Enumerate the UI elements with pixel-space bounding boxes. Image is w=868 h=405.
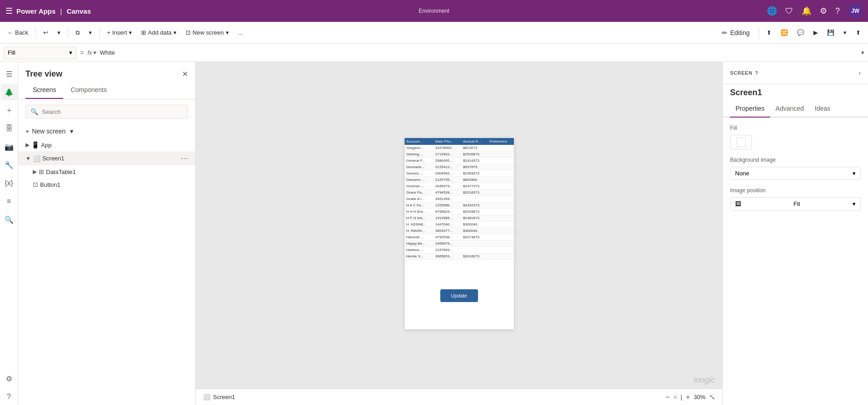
copy-dropdown[interactable]: ▾: [85, 27, 96, 38]
image-position-dropdown[interactable]: 🖼 Fit ▾: [730, 197, 861, 210]
zoom-out-button[interactable]: −: [665, 393, 670, 401]
formulabar: Fill ▾ = fx ▾ ▾: [0, 44, 868, 62]
editing-button[interactable]: ✏ Editing: [716, 27, 755, 38]
toolbar-right: ✏ Editing ⬆ 🔀 💬 ▶ 💾 ▾ ⬆: [716, 27, 864, 38]
right-panel-tabs: Properties Advanced Ideas: [723, 101, 868, 118]
image-position-label: Image position: [730, 187, 861, 194]
new-screen-chevron: ▾: [226, 29, 229, 36]
save-dropdown[interactable]: ▾: [840, 27, 850, 38]
more-button[interactable]: ...: [234, 27, 247, 38]
button1-label: Button1: [40, 181, 188, 188]
toolbar-sep-4: [759, 27, 759, 38]
undo-button[interactable]: ↩: [40, 27, 52, 38]
zoom-plus-button[interactable]: +: [686, 393, 690, 401]
new-screen-chevron-icon: ▾: [70, 128, 73, 135]
topbar-right: 🌐 🛡 🔔 ⚙ ? JW: [767, 4, 863, 18]
publish-button[interactable]: ⬆: [852, 27, 864, 38]
avatar[interactable]: JW: [848, 4, 863, 18]
table-row: Happy Be...2465879...: [405, 240, 514, 246]
sidebar-icon-feedback[interactable]: ?: [1, 389, 17, 405]
environment-icon[interactable]: 🌐: [767, 6, 777, 16]
share-button[interactable]: ⬆: [763, 27, 775, 38]
screen-label: SCREEN ?: [730, 70, 758, 76]
hamburger-icon[interactable]: ☰: [5, 6, 13, 16]
tree-tab-components[interactable]: Components: [63, 82, 114, 99]
canvas-area: Account ... Main Pho... Annual R... Pref…: [196, 62, 722, 405]
property-dropdown[interactable]: Fill ▾: [4, 46, 76, 59]
comments-button[interactable]: 💬: [793, 27, 808, 38]
edit-icon: ✏: [722, 29, 727, 36]
screen-help-icon[interactable]: ?: [755, 70, 758, 76]
col-account: Account ...: [405, 138, 434, 145]
screen-icon: ⊡: [186, 29, 191, 36]
table-row: Grade A I...3451269...: [405, 195, 514, 202]
right-panel-screen-name: Screen1: [723, 84, 868, 101]
copy-button[interactable]: ⧉: [72, 27, 83, 38]
formula-input[interactable]: [100, 46, 858, 59]
fill-color-swatch[interactable]: [730, 135, 752, 149]
back-button[interactable]: ← Back: [4, 27, 32, 38]
app-logo: Power Apps | Canvas: [16, 7, 91, 15]
table-row: General F...2680495...$2414373.: [405, 157, 514, 164]
fx-chevron: ▾: [93, 49, 96, 56]
new-screen-button[interactable]: ⊡ New screen ▾: [182, 27, 233, 38]
sidebar-icon-treeview[interactable]: 🌲: [1, 84, 17, 100]
help-icon[interactable]: ?: [835, 6, 840, 16]
sidebar-icon-custom[interactable]: 🔧: [1, 157, 17, 173]
sidebar-icon-data[interactable]: 🗄: [1, 120, 17, 137]
settings-icon[interactable]: ⚙: [820, 6, 827, 16]
zoom-circle-icon: ○: [673, 394, 677, 400]
app-chevron: ▶: [25, 142, 30, 148]
search-box: 🔍: [25, 105, 188, 118]
sidebar-icon-media[interactable]: 📷: [1, 138, 17, 155]
sidebar-icon-insert[interactable]: ＋: [1, 102, 17, 118]
equals-sign: =: [80, 49, 84, 56]
play-button[interactable]: ▶: [810, 27, 822, 38]
sidebar-icon-menu[interactable]: ☰: [1, 66, 17, 82]
right-panel-collapse[interactable]: ›: [858, 69, 861, 77]
insert-button[interactable]: + Insert ▾: [103, 27, 136, 38]
right-tab-properties[interactable]: Properties: [730, 101, 770, 118]
inogic-watermark: inogic: [694, 375, 715, 385]
image-position-icon: 🖼: [735, 200, 741, 207]
add-data-button[interactable]: ⊞ Add data ▾: [137, 27, 180, 38]
tree-panel: Tree view ✕ Screens Components 🔍 + New s…: [18, 62, 196, 405]
sidebar-icon-settings[interactable]: ⚙: [1, 370, 17, 387]
background-image-dropdown[interactable]: None ▾: [730, 167, 861, 180]
right-tab-ideas[interactable]: Ideas: [809, 101, 836, 118]
sidebar-icon-variables[interactable]: {x}: [1, 175, 17, 191]
save-button[interactable]: 💾: [823, 27, 838, 38]
table-row: Goeman ...2045079...$2477373.: [405, 183, 514, 189]
search-icon: 🔍: [30, 108, 38, 115]
undo-dropdown[interactable]: ▾: [54, 27, 64, 38]
tree-item-button1[interactable]: ⊡ Button1: [18, 178, 195, 191]
fit-icon[interactable]: ⤡: [709, 393, 715, 401]
background-image-label: Background image: [730, 157, 861, 163]
tree-tab-screens[interactable]: Screens: [25, 82, 63, 99]
zoom-separator: |: [680, 394, 682, 400]
app-checker-button[interactable]: 🔀: [777, 27, 792, 38]
bg-image-chevron: ▾: [853, 170, 856, 177]
right-tab-advanced[interactable]: Advanced: [770, 101, 809, 118]
tree-item-screen1[interactable]: ▼ ⬜ Screen1 ⋯: [18, 151, 195, 165]
zoom-value: 30%: [694, 394, 706, 400]
table-row: Gennarel...2125412...$937675.: [405, 164, 514, 170]
table-row: Gehring ...2713903...$2526873.: [405, 151, 514, 157]
tree-close-button[interactable]: ✕: [182, 70, 188, 78]
formula-expand-icon[interactable]: ▾: [861, 49, 864, 56]
table-row: H H H Ent...8708924...$2049873.: [405, 208, 514, 215]
bell-icon[interactable]: 🔔: [802, 6, 812, 16]
tree-item-datatable1[interactable]: ▶ ⊞ DataTable1: [18, 165, 195, 178]
update-button[interactable]: Update: [440, 289, 478, 302]
search-input[interactable]: [42, 108, 183, 115]
left-sidebar: ☰ 🌲 ＋ 🗄 📷 🔧 {x} ≡ 🔍 ⚙ ?: [0, 62, 18, 405]
right-panel-header: SCREEN ? ›: [723, 62, 868, 84]
tree-item-app[interactable]: ▶ 📱 App: [18, 138, 195, 151]
new-screen-button-tree[interactable]: + New screen ▾: [18, 124, 195, 138]
sidebar-icon-collections[interactable]: ≡: [1, 193, 17, 210]
screen-box-icon: ⬜: [203, 394, 210, 400]
toolbar-sep-3: [99, 27, 100, 38]
badge-icon[interactable]: 🛡: [785, 6, 793, 16]
sidebar-icon-search[interactable]: 🔍: [1, 211, 17, 228]
screen1-more[interactable]: ⋯: [181, 154, 188, 163]
